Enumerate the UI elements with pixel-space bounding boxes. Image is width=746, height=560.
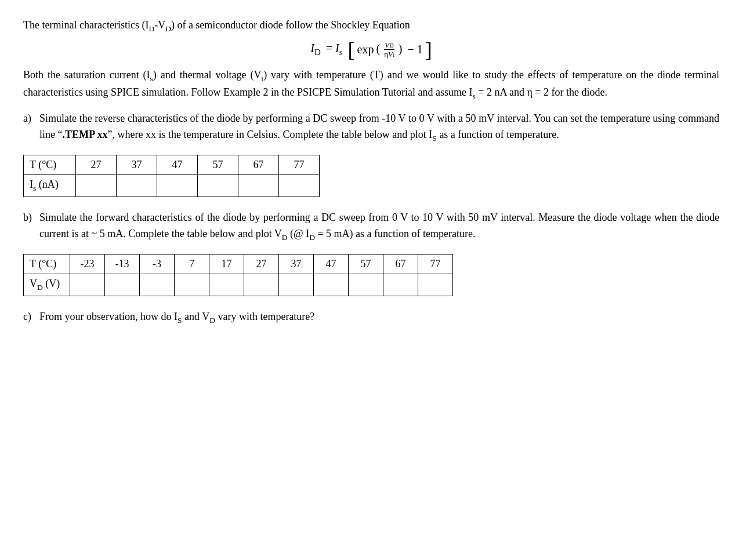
intro-sub-D: D bbox=[149, 24, 154, 33]
table-b-vd-n13 bbox=[105, 274, 140, 296]
table-a-wrapper: T (°C) 27 37 47 57 67 77 Is (nA) bbox=[23, 155, 719, 197]
part-a-content: Simulate the reverse characteristics of … bbox=[39, 111, 719, 144]
table-b-data-row: VD (V) bbox=[24, 274, 453, 296]
table-a-col-67: 67 bbox=[238, 155, 279, 175]
eq-equals: = Is bbox=[323, 42, 346, 57]
table-a-col-label: T (°C) bbox=[24, 155, 76, 175]
table-b-vd-7 bbox=[175, 274, 209, 296]
table-a-is-label: Is (nA) bbox=[24, 175, 76, 197]
table-a-is-57 bbox=[198, 175, 238, 197]
table-b-vd-57 bbox=[349, 274, 383, 296]
table-b: T (°C) -23 -13 -3 7 17 27 37 47 57 67 77… bbox=[23, 254, 453, 296]
table-b-col-n23: -23 bbox=[70, 254, 105, 274]
table-a-is-47 bbox=[157, 175, 198, 197]
table-b-col-37: 37 bbox=[279, 254, 314, 274]
bracket-left: [ bbox=[348, 39, 355, 60]
part-c-content: From your observation, how do IS and VD … bbox=[39, 309, 719, 327]
table-b-col-67: 67 bbox=[383, 254, 418, 274]
table-b-col-77: 77 bbox=[418, 254, 453, 274]
intro-sub-D2: D bbox=[165, 24, 171, 33]
table-a-col-77: 77 bbox=[279, 155, 320, 175]
intro-text-1: The terminal characteristics (I bbox=[23, 19, 149, 31]
table-a-col-27: 27 bbox=[76, 155, 117, 175]
table-b-vd-37 bbox=[279, 274, 314, 296]
table-a-is-67 bbox=[238, 175, 279, 197]
table-b-vd-67 bbox=[383, 274, 418, 296]
table-a-is-27 bbox=[76, 175, 117, 197]
table-b-col-n13: -13 bbox=[105, 254, 140, 274]
bracket-right: ] bbox=[425, 39, 432, 60]
part-a-letter: a) bbox=[23, 111, 39, 144]
part-b-letter: b) bbox=[23, 210, 39, 243]
table-a: T (°C) 27 37 47 57 67 77 Is (nA) bbox=[23, 155, 320, 197]
table-b-vd-27 bbox=[244, 274, 279, 296]
intro-text-3: ) of a semiconductor diode follow the Sh… bbox=[171, 19, 410, 31]
eq-I: ID bbox=[310, 42, 321, 57]
table-b-vd-n23 bbox=[70, 274, 105, 296]
table-b-vd-n3 bbox=[140, 274, 175, 296]
table-b-vd-label: VD (V) bbox=[24, 274, 70, 296]
eq-fraction-wrapper: ( VD ηVt ) bbox=[376, 41, 402, 59]
body-paragraph: Both the saturation current (Is) and the… bbox=[23, 67, 719, 103]
table-b-col-47: 47 bbox=[314, 254, 349, 274]
table-a-data-row: Is (nA) bbox=[24, 175, 320, 197]
table-a-header-row: T (°C) 27 37 47 57 67 77 bbox=[24, 155, 320, 175]
eq-minus1: − 1 bbox=[404, 43, 422, 56]
part-c-letter: c) bbox=[23, 309, 39, 327]
table-b-col-n3: -3 bbox=[140, 254, 175, 274]
table-a-is-77 bbox=[279, 175, 320, 197]
intro-text-2: -V bbox=[154, 19, 165, 31]
intro-paragraph: The terminal characteristics (ID-VD) of … bbox=[23, 17, 719, 35]
table-b-wrapper: T (°C) -23 -13 -3 7 17 27 37 47 57 67 77… bbox=[23, 254, 719, 296]
part-b-content: Simulate the forward characteristics of … bbox=[39, 210, 719, 243]
table-b-vd-77 bbox=[418, 274, 453, 296]
table-b-col-7: 7 bbox=[175, 254, 209, 274]
part-b-block: b) Simulate the forward characteristics … bbox=[23, 210, 719, 243]
table-b-vd-17 bbox=[209, 274, 244, 296]
table-b-col-17: 17 bbox=[209, 254, 244, 274]
shockley-equation: ID = Is [ exp ( VD ηVt ) − 1 ] bbox=[23, 39, 719, 60]
eq-exp: exp bbox=[357, 43, 374, 56]
table-a-col-47: 47 bbox=[157, 155, 198, 175]
table-a-col-57: 57 bbox=[198, 155, 238, 175]
table-a-col-37: 37 bbox=[117, 155, 157, 175]
part-a-block: a) Simulate the reverse characteristics … bbox=[23, 111, 719, 144]
table-b-header-row: T (°C) -23 -13 -3 7 17 27 37 47 57 67 77 bbox=[24, 254, 453, 274]
temp-command: .TEMP xx bbox=[62, 129, 107, 140]
part-c-block: c) From your observation, how do IS and … bbox=[23, 309, 719, 327]
table-b-col-label: T (°C) bbox=[24, 254, 70, 274]
table-b-vd-47 bbox=[314, 274, 349, 296]
table-a-is-37 bbox=[117, 175, 157, 197]
table-b-col-27: 27 bbox=[244, 254, 279, 274]
table-b-col-57: 57 bbox=[349, 254, 383, 274]
